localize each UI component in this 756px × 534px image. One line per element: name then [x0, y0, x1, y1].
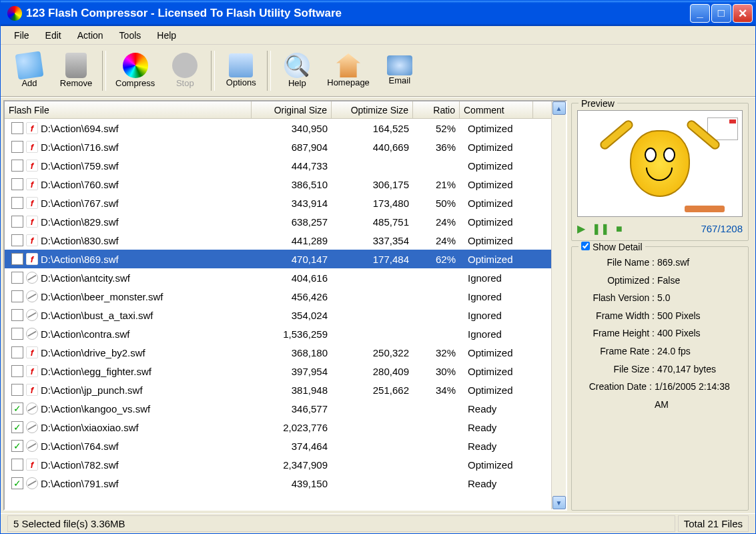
- add-button[interactable]: Add: [6, 50, 53, 91]
- table-row[interactable]: fD:\Action\782.swf2,347,909Optimized: [5, 455, 551, 474]
- menu-file[interactable]: File: [7, 29, 36, 42]
- file-path: D:\Action\760.swf: [41, 179, 119, 190]
- table-row[interactable]: fD:\Action\767.swf343,914173,48050%Optim…: [5, 194, 551, 212]
- row-checkbox[interactable]: [11, 234, 23, 246]
- minimize-button[interactable]: _: [690, 4, 710, 23]
- optimize-size: 164,525: [332, 123, 413, 134]
- file-list-panel: Flash File Original Size Optimize Size R…: [3, 100, 567, 511]
- ratio: 34%: [413, 384, 460, 396]
- table-row[interactable]: fD:\Action\760.swf386,510306,17521%Optim…: [5, 175, 551, 194]
- optimize-size: 250,322: [332, 347, 413, 358]
- toolbar: Add Remove Compress Stop Options 🔍Help H…: [1, 45, 755, 97]
- table-row[interactable]: fD:\Action\759.swf444,733Optimized: [5, 156, 551, 175]
- menu-tools[interactable]: Tools: [113, 29, 148, 42]
- value-size: 470,147 bytes: [657, 360, 716, 378]
- row-checkbox[interactable]: [11, 309, 23, 321]
- show-detail-title: Show Detail: [579, 242, 645, 252]
- menu-help[interactable]: Help: [150, 29, 183, 42]
- homepage-button[interactable]: Homepage: [320, 51, 376, 90]
- col-original-size[interactable]: Original Size: [252, 101, 332, 118]
- scrollbar[interactable]: ▲ ▼: [551, 101, 566, 509]
- options-button[interactable]: Options: [218, 51, 264, 90]
- table-row[interactable]: fD:\Action\830.swf441,289337,35424%Optim…: [5, 231, 551, 250]
- original-size: 374,464: [252, 441, 332, 452]
- row-checkbox[interactable]: [11, 328, 23, 340]
- row-checkbox[interactable]: [11, 141, 23, 153]
- flash-icon: f: [26, 216, 38, 228]
- table-row[interactable]: ✓D:\Action\764.swf374,464Ready: [5, 437, 551, 455]
- file-path: D:\Action\767.swf: [41, 198, 119, 209]
- close-button[interactable]: ✕: [733, 4, 753, 23]
- table-row[interactable]: ✓D:\Action\791.swf439,150Ready: [5, 474, 551, 493]
- ignore-icon: [26, 328, 38, 340]
- col-ratio[interactable]: Ratio: [413, 101, 460, 118]
- row-checkbox[interactable]: [11, 160, 23, 172]
- ratio: 30%: [413, 366, 460, 377]
- row-checkbox[interactable]: ✓: [11, 403, 23, 415]
- table-row[interactable]: D:\Action\beer_monster.swf456,426Ignored: [5, 287, 551, 306]
- col-optimize-size[interactable]: Optimize Size: [332, 101, 413, 118]
- table-row[interactable]: ✓D:\Action\xiaoxiao.swf2,023,776Ready: [5, 418, 551, 437]
- optimize-size: 280,409: [332, 366, 413, 377]
- compress-button[interactable]: Compress: [109, 50, 161, 91]
- flash-icon: f: [26, 253, 38, 265]
- window-title: 123 Flash Compressor - Licensed To Flash…: [26, 7, 342, 20]
- label-date: Creation Date :: [577, 378, 655, 413]
- preview-title: Preview: [579, 98, 617, 109]
- pause-button[interactable]: ❚❚: [592, 222, 609, 235]
- separator: [267, 51, 271, 91]
- table-row[interactable]: D:\Action\bust_a_taxi.swf354,024Ignored: [5, 306, 551, 324]
- comment: Optimized: [460, 216, 533, 228]
- table-row[interactable]: fD:\Action\drive_by2.swf368,180250,32232…: [5, 343, 551, 362]
- row-checkbox[interactable]: ✓: [11, 440, 23, 452]
- row-checkbox[interactable]: [11, 459, 23, 471]
- row-checkbox[interactable]: [11, 384, 23, 396]
- row-checkbox[interactable]: [11, 253, 23, 265]
- row-checkbox[interactable]: [11, 290, 23, 302]
- ratio: 62%: [413, 254, 460, 265]
- comment: Ignored: [460, 328, 533, 340]
- help-button[interactable]: 🔍Help: [274, 50, 320, 91]
- comment: Optimized: [460, 198, 533, 209]
- email-button[interactable]: Email: [376, 53, 423, 88]
- file-path: D:\Action\830.swf: [41, 235, 119, 246]
- row-checkbox[interactable]: [11, 346, 23, 358]
- col-flash-file[interactable]: Flash File: [5, 101, 252, 118]
- row-checkbox[interactable]: [11, 216, 23, 228]
- comment: Ready: [460, 478, 533, 489]
- table-row[interactable]: D:\Action\contra.swf1,536,259Ignored: [5, 324, 551, 343]
- remove-button[interactable]: Remove: [53, 50, 99, 91]
- scroll-down-button[interactable]: ▼: [552, 496, 566, 509]
- column-header: Flash File Original Size Optimize Size R…: [5, 101, 551, 119]
- label-filename: File Name :: [577, 254, 657, 272]
- menu-action[interactable]: Action: [71, 29, 110, 42]
- stop-preview-button[interactable]: ■: [616, 223, 623, 235]
- table-row[interactable]: ✓D:\Action\kangoo_vs.swf346,577Ready: [5, 399, 551, 418]
- row-checkbox[interactable]: [11, 197, 23, 209]
- table-row[interactable]: fD:\Action\egg_fighter.swf397,954280,409…: [5, 362, 551, 380]
- table-row[interactable]: fD:\Action\jp_punch.swf381,948251,66234%…: [5, 380, 551, 399]
- table-row[interactable]: D:\Action\antcity.swf404,616Ignored: [5, 268, 551, 287]
- row-checkbox[interactable]: [11, 365, 23, 377]
- row-checkbox[interactable]: [11, 122, 23, 134]
- comment: Optimized: [460, 254, 533, 265]
- table-row[interactable]: fD:\Action\694.swf340,950164,52552%Optim…: [5, 119, 551, 138]
- table-row[interactable]: fD:\Action\869.swf470,147177,48462%Optim…: [5, 250, 551, 268]
- scroll-up-button[interactable]: ▲: [552, 101, 566, 115]
- col-comment[interactable]: Comment: [460, 101, 533, 118]
- row-checkbox[interactable]: [11, 178, 23, 190]
- base-graphic: [685, 206, 725, 212]
- maximize-button[interactable]: □: [711, 4, 731, 23]
- show-detail-checkbox[interactable]: [581, 242, 590, 250]
- file-path: D:\Action\contra.swf: [41, 328, 129, 340]
- row-checkbox[interactable]: ✓: [11, 421, 23, 433]
- row-checkbox[interactable]: ✓: [11, 477, 23, 489]
- ratio: 24%: [413, 235, 460, 246]
- file-path: D:\Action\694.swf: [41, 123, 119, 134]
- table-row[interactable]: fD:\Action\716.swf687,904440,66936%Optim…: [5, 138, 551, 156]
- file-path: D:\Action\759.swf: [41, 160, 119, 172]
- table-row[interactable]: fD:\Action\829.swf638,257485,75124%Optim…: [5, 212, 551, 231]
- row-checkbox[interactable]: [11, 272, 23, 284]
- menu-edit[interactable]: Edit: [39, 29, 68, 42]
- play-button[interactable]: ▶: [577, 222, 585, 235]
